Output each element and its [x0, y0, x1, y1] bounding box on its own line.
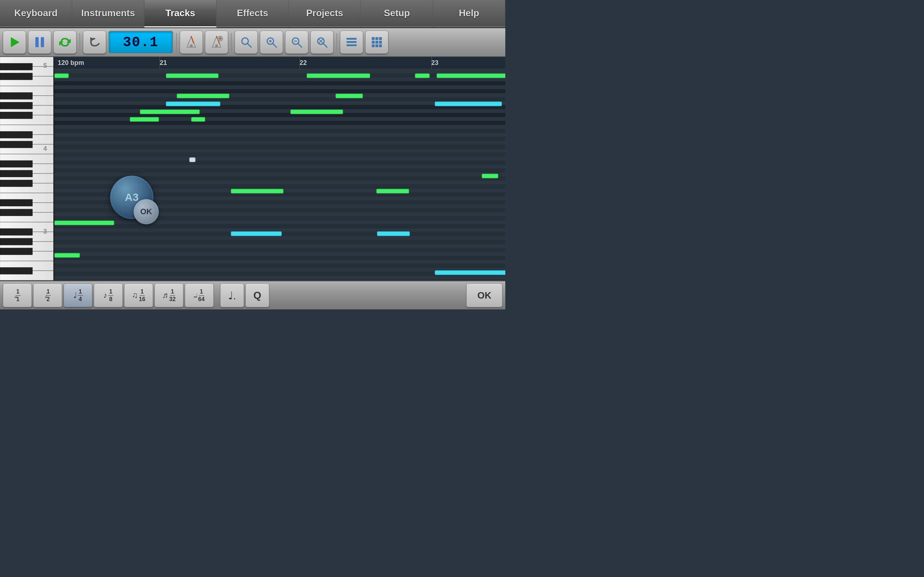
svg-rect-131 [55, 253, 80, 258]
svg-rect-109 [54, 121, 505, 125]
note-whole-button[interactable]: 𝅝 1 1 [3, 284, 32, 307]
svg-line-21 [323, 43, 327, 47]
64th-note-icon: 𝆶 [194, 292, 197, 299]
track-area[interactable]: 120 bpm 21 22 23 [54, 57, 505, 280]
svg-point-10 [218, 36, 223, 41]
svg-rect-61 [0, 112, 32, 119]
metronome-settings-button[interactable] [205, 31, 228, 54]
nav-tab-help[interactable]: Help [433, 0, 505, 27]
svg-rect-126 [231, 189, 283, 193]
loop-button[interactable] [53, 31, 76, 54]
svg-rect-122 [130, 117, 159, 121]
svg-rect-29 [375, 41, 378, 44]
svg-line-18 [298, 43, 302, 47]
zoom-in-button[interactable] [260, 31, 283, 54]
note-32nd-button[interactable]: ♬ 1 32 [155, 284, 183, 307]
piano-keyboard[interactable]: 543 [0, 57, 54, 280]
list-view-button[interactable] [340, 31, 363, 54]
track-grid[interactable]: A3 OK [54, 69, 505, 280]
note-sixteenth-button[interactable]: ♫ 1 16 [124, 284, 153, 307]
svg-marker-0 [11, 37, 19, 47]
svg-rect-106 [54, 89, 505, 93]
svg-rect-66 [0, 180, 32, 187]
svg-rect-72 [0, 268, 32, 274]
note-eighth-button[interactable]: ♪ 1 8 [94, 284, 123, 307]
svg-line-5 [191, 36, 194, 43]
svg-rect-105 [54, 81, 505, 85]
nav-tab-effects[interactable]: Effects [216, 0, 289, 27]
svg-rect-117 [166, 102, 220, 106]
svg-rect-114 [437, 74, 505, 78]
svg-rect-115 [177, 94, 229, 98]
nav-tab-instruments[interactable]: Instruments [72, 0, 144, 27]
svg-rect-1 [36, 37, 39, 47]
svg-rect-22 [347, 38, 357, 40]
svg-rect-113 [415, 74, 430, 78]
note-label: A3 [125, 191, 139, 203]
metronome-button[interactable] [180, 31, 203, 54]
position-display: 30.1 [108, 31, 173, 54]
bar-marker-21: 21 [160, 57, 167, 69]
svg-rect-2 [41, 37, 44, 47]
main-area: 543 120 bpm 21 22 23 [0, 57, 505, 280]
svg-rect-33 [379, 44, 382, 47]
dotted-note-icon: ♩. [228, 289, 236, 302]
svg-rect-62 [0, 131, 32, 138]
zoom-fit-button[interactable] [234, 31, 258, 54]
quarter-note-icon: ♩ [73, 291, 77, 300]
svg-rect-24 [347, 44, 357, 46]
svg-rect-108 [54, 113, 505, 117]
svg-text:3: 3 [43, 228, 47, 235]
toolbar-separator-3 [231, 33, 232, 51]
nav-tab-projects[interactable]: Projects [289, 0, 361, 27]
undo-button[interactable] [83, 31, 106, 54]
toolbar: 30.1 [0, 28, 505, 57]
svg-rect-111 [166, 74, 218, 78]
quantize-button[interactable]: Q [246, 284, 269, 307]
note-64th-button[interactable]: 𝆶 1 64 [185, 284, 214, 307]
svg-rect-133 [435, 271, 505, 275]
svg-line-12 [247, 43, 251, 47]
dotted-note-button[interactable]: ♩. [220, 284, 244, 307]
ok-main-button[interactable]: OK [466, 284, 502, 307]
nav-tab-keyboard[interactable]: Keyboard [0, 0, 72, 27]
eighth-note-icon: ♪ [103, 291, 107, 300]
grid-view-button[interactable] [365, 31, 388, 54]
toolbar-separator-4 [336, 33, 337, 51]
note-quarter-button[interactable]: ♩ 1 4 [63, 284, 92, 307]
svg-rect-69 [0, 229, 32, 235]
svg-rect-118 [435, 102, 502, 106]
zoom-out-button[interactable] [285, 31, 308, 54]
bottom-bar: 𝅝 1 1 𝅗𝅥 1 2 ♩ 1 4 [0, 280, 505, 309]
svg-rect-120 [140, 110, 200, 114]
svg-rect-68 [0, 209, 32, 216]
nav-tab-setup[interactable]: Setup [361, 0, 433, 27]
svg-line-14 [273, 43, 276, 47]
svg-rect-30 [379, 41, 382, 44]
svg-rect-58 [0, 73, 32, 80]
note-ok-button[interactable]: OK [134, 199, 159, 224]
svg-text:5: 5 [43, 62, 47, 69]
svg-rect-23 [347, 41, 357, 43]
play-button[interactable] [3, 31, 26, 54]
svg-rect-64 [0, 161, 32, 167]
svg-rect-127 [376, 189, 409, 193]
bar-marker-23: 23 [431, 57, 439, 69]
note-ok-label: OK [141, 207, 152, 216]
zoom-reset-button[interactable] [310, 31, 333, 54]
bar-marker-22: 22 [300, 57, 307, 69]
svg-rect-71 [0, 248, 32, 255]
svg-rect-65 [0, 170, 32, 177]
svg-rect-60 [0, 102, 32, 109]
nav-tab-tracks[interactable]: Tracks [144, 0, 216, 27]
top-navigation: KeyboardInstrumentsTracksEffectsProjects… [0, 0, 505, 28]
svg-rect-57 [0, 63, 32, 70]
note-half-button[interactable]: 𝅗𝅥 1 2 [33, 284, 62, 307]
timeline-header: 120 bpm 21 22 23 [54, 57, 505, 69]
svg-rect-121 [291, 110, 343, 114]
svg-text:4: 4 [43, 145, 47, 152]
svg-rect-110 [55, 74, 69, 78]
pause-button[interactable] [28, 31, 51, 54]
svg-rect-129 [231, 232, 281, 236]
ok-main-label: OK [478, 290, 492, 301]
